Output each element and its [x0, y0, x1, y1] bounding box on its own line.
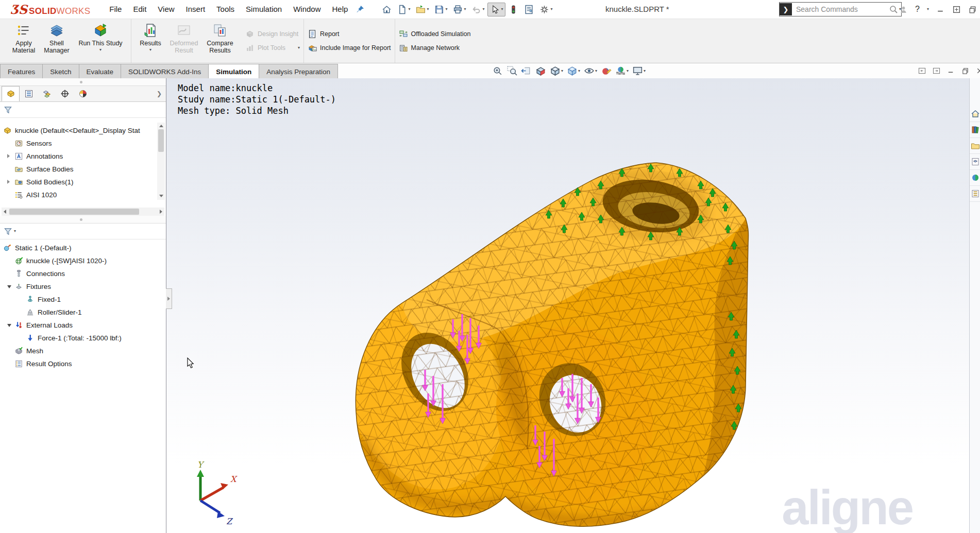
- ribbon-compare-results-button[interactable]: Compare Results: [203, 20, 237, 62]
- help-dropdown-icon[interactable]: ▾: [927, 7, 929, 11]
- panel-tab-property-manager[interactable]: [20, 86, 38, 101]
- menu-window[interactable]: Window: [288, 0, 326, 19]
- feature-tree-item-aisi-1020[interactable]: AISI 1020: [0, 188, 166, 201]
- graphics-viewport[interactable]: aligne: [166, 78, 969, 533]
- zoom-to-fit-button[interactable]: [492, 65, 503, 76]
- horizontal-scrollbar[interactable]: [2, 208, 164, 216]
- view-orientation-button[interactable]: ▾: [550, 65, 563, 76]
- help-button[interactable]: ?: [915, 5, 920, 14]
- minimize-button[interactable]: [947, 67, 955, 75]
- ribbon-run-this-study-button[interactable]: Run This Study▾: [75, 20, 126, 62]
- expander-icon[interactable]: [7, 180, 10, 184]
- study-tree-item-static-1-default[interactable]: Static 1 (-Default-): [0, 242, 166, 254]
- pin-icon[interactable]: [356, 5, 365, 14]
- previous-view-button[interactable]: [521, 65, 532, 76]
- view-settings-button[interactable]: ▾: [632, 65, 646, 76]
- search-input[interactable]: Search Commands: [792, 5, 889, 13]
- panel-tab-part-tree[interactable]: [2, 86, 20, 101]
- study-tree-item-fixtures[interactable]: Fixtures: [0, 280, 166, 293]
- scrollbar-thumb[interactable]: [158, 129, 164, 152]
- tab-analysis-preparation[interactable]: Analysis Preparation: [259, 64, 338, 79]
- tab-sketch[interactable]: Sketch: [42, 64, 79, 79]
- tab-solidworks-add-ins[interactable]: SOLIDWORKS Add-Ins: [121, 64, 209, 79]
- scroll-up-icon[interactable]: [159, 125, 163, 127]
- file-properties-button[interactable]: [521, 3, 536, 16]
- study-tree-item-fixed-1[interactable]: Fixed-1: [0, 293, 166, 306]
- options-button[interactable]: ▾: [537, 3, 555, 16]
- section-view-button[interactable]: [535, 65, 546, 76]
- vertical-scrollbar[interactable]: [157, 123, 165, 200]
- display-style-button[interactable]: ▾: [567, 65, 580, 76]
- ribbon-design-insight-button[interactable]: Design Insight: [245, 29, 300, 39]
- print-button[interactable]: ▾: [450, 3, 468, 16]
- study-tree-item-knuckle-sw-aisi-1020[interactable]: knuckle (-[SW]AISI 1020-): [0, 254, 166, 267]
- ribbon-report-button[interactable]: Report: [308, 29, 391, 39]
- ribbon-results-button[interactable]: Results▾: [136, 20, 165, 62]
- task-pane-design-library[interactable]: [970, 122, 980, 138]
- scroll-left-icon[interactable]: [4, 210, 6, 214]
- ribbon-include-image-for-report-button[interactable]: Include Image for Report: [308, 43, 391, 53]
- undo-button[interactable]: ▾: [469, 3, 487, 16]
- menu-file[interactable]: File: [104, 0, 127, 19]
- tab-evaluate[interactable]: Evaluate: [79, 64, 122, 79]
- expander-icon[interactable]: [7, 154, 10, 158]
- ribbon-shell-manager-button[interactable]: Shell Manager: [41, 20, 73, 62]
- restore-button[interactable]: [961, 67, 969, 75]
- study-tree-item-mesh[interactable]: Mesh: [0, 345, 166, 357]
- apply-scene-button[interactable]: ▾: [615, 65, 629, 76]
- menu-help[interactable]: Help: [327, 0, 354, 19]
- study-tree-item-force-1-total-15000-lbf[interactable]: Force-1 (:Total: -15000 lbf:): [0, 332, 166, 345]
- study-tree-item-external-loads[interactable]: External Loads: [0, 319, 166, 332]
- rebuild-button[interactable]: [506, 3, 521, 16]
- hide-show-items-button[interactable]: ▾: [584, 65, 597, 76]
- scrollbar-thumb[interactable]: [9, 209, 139, 215]
- ribbon-apply-material-button[interactable]: Apply Material: [9, 20, 39, 62]
- close-button[interactable]: [976, 67, 980, 75]
- scroll-right-icon[interactable]: [160, 210, 162, 214]
- menu-view[interactable]: View: [152, 0, 180, 19]
- search-icon[interactable]: [889, 5, 898, 14]
- save-button[interactable]: ▾: [432, 3, 450, 16]
- search-scope-icon[interactable]: ❯: [780, 3, 792, 15]
- pane-right-button[interactable]: [933, 67, 940, 75]
- ribbon-manage-network-button[interactable]: Manage Network: [399, 43, 471, 53]
- panel-tab-configurations[interactable]: [38, 86, 56, 101]
- study-tree-item-roller-slider-1[interactable]: Roller/Slider-1: [0, 306, 166, 319]
- menu-simulation[interactable]: Simulation: [240, 0, 288, 19]
- panel-tab-display-manager[interactable]: [74, 86, 92, 101]
- command-search[interactable]: ❯ Search Commands ▾: [779, 2, 902, 16]
- tab-features[interactable]: Features: [0, 64, 43, 79]
- feature-tree-item-annotations[interactable]: Annotations: [0, 150, 166, 163]
- panel-collapse-handle[interactable]: [166, 288, 172, 309]
- tab-simulation[interactable]: Simulation: [208, 64, 259, 79]
- edit-appearance-button[interactable]: [601, 65, 612, 76]
- panel-tab-dimxpert[interactable]: [56, 86, 74, 101]
- user-account-icon[interactable]: [899, 5, 908, 14]
- task-pane-view-palette[interactable]: [970, 154, 980, 170]
- expander-icon[interactable]: [7, 285, 11, 288]
- restore-button[interactable]: [968, 5, 977, 14]
- maximize-button[interactable]: [952, 5, 961, 14]
- panel-splitter[interactable]: [0, 78, 166, 86]
- expander-icon[interactable]: [7, 324, 11, 327]
- study-tree-item-result-options[interactable]: Result Options: [0, 357, 166, 370]
- feature-tree-item-solid-bodies-1[interactable]: Solid Bodies(1): [0, 176, 166, 188]
- scroll-down-icon[interactable]: [159, 195, 163, 197]
- panel-flyout-icon[interactable]: ❯: [157, 90, 162, 97]
- knuckle-solid[interactable]: [324, 150, 759, 531]
- task-pane-resources[interactable]: [970, 106, 980, 122]
- home-button[interactable]: [379, 3, 394, 16]
- simulation-tree-filter[interactable]: ▾: [0, 223, 166, 239]
- ribbon-offloaded-simulation-button[interactable]: Offloaded Simulation: [399, 29, 471, 39]
- panel-splitter[interactable]: [0, 216, 166, 223]
- study-tree-item-connections[interactable]: Connections: [0, 267, 166, 280]
- open-button[interactable]: ▾: [413, 3, 431, 16]
- feature-tree-item-knuckle-default-default-display-stat[interactable]: knuckle (Default<<Default>_Display Stat: [0, 124, 166, 137]
- task-pane-appearances[interactable]: [970, 170, 980, 186]
- feature-tree-item-sensors[interactable]: Sensors: [0, 137, 166, 150]
- feature-tree-item-surface-bodies[interactable]: Surface Bodies: [0, 163, 166, 176]
- task-pane-custom-properties[interactable]: [970, 186, 980, 202]
- model-knuckle-mesh[interactable]: Y X Z: [166, 78, 969, 533]
- feature-tree-filter[interactable]: [0, 102, 166, 118]
- menu-insert[interactable]: Insert: [180, 0, 211, 19]
